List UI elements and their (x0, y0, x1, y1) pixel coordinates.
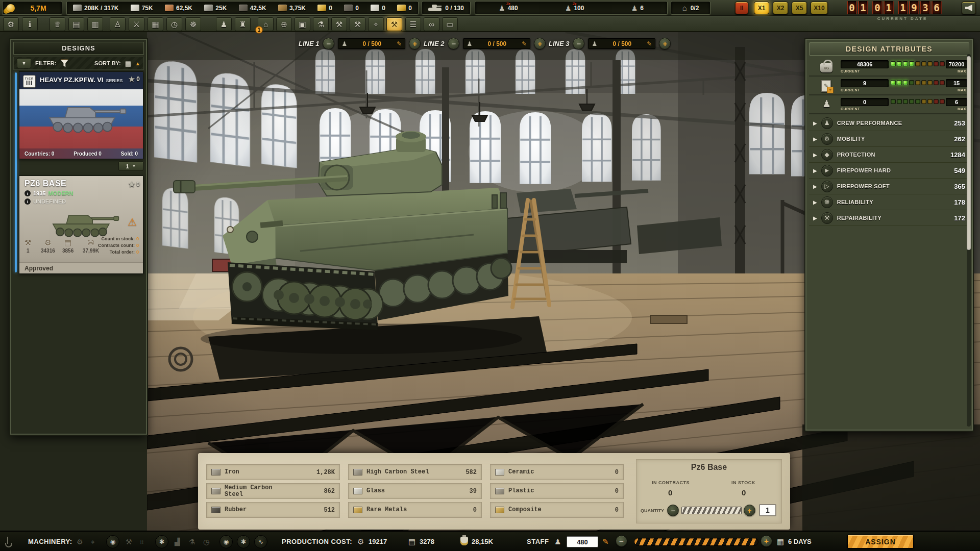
quantity-value[interactable]: 1 (759, 504, 776, 516)
speed-x5-button[interactable]: X5 (792, 2, 807, 14)
staff-count-value: 480 (577, 538, 588, 546)
machine-anvil-icon[interactable]: ▟ (175, 538, 180, 546)
filter-funnel-icon[interactable] (60, 60, 68, 67)
production-bottom-bar: MACHINERY: ⚙ ⌖ ◉ ⚒ ⌗ ✱ ▟ ⚗ ◷ ◉ ✱ ∿ PRODU… (0, 531, 980, 551)
personnel-button[interactable]: ♟ (216, 17, 232, 31)
pause-button[interactable]: II (735, 2, 748, 14)
approval-status: Approved (19, 262, 143, 273)
intelligence-button[interactable]: ♙ (110, 17, 126, 31)
attribute-row-firepower-hard[interactable]: ▶ ► FIREPOWER HARD 549 (809, 163, 969, 179)
world-market-button[interactable]: ⊕ (276, 17, 292, 31)
history-button[interactable]: ◷ (166, 17, 182, 31)
sort-icon[interactable]: ▤ (125, 60, 131, 67)
machine-spring-button[interactable]: ∿ (254, 535, 267, 548)
army-button[interactable]: ♜ (235, 17, 251, 31)
military-button[interactable]: ⚔ (129, 17, 144, 31)
expand-arrow-icon[interactable]: ▶ (813, 120, 817, 126)
line-3-capacity[interactable]: ♟ 0 / 500 ✎ (588, 38, 655, 49)
expand-arrow-icon[interactable]: ▶ (813, 184, 817, 189)
line-1-decrease-button[interactable]: − (323, 38, 334, 49)
machinery-button[interactable]: ☸ (185, 17, 201, 31)
staff-count-input[interactable]: 480 (567, 536, 598, 547)
machine-saw-button[interactable]: ✱ (237, 535, 250, 548)
city-button[interactable]: ▦ (148, 17, 163, 31)
speed-x10-button[interactable]: X10 (811, 2, 828, 14)
material-row-rare-metals: Rare Metals 0 (348, 502, 482, 518)
attribute-row-repairability[interactable]: ▶ ⚒ REPAIRABILITY 172 (809, 210, 969, 226)
filter-collapse-button[interactable]: ▼ (17, 58, 31, 68)
edit-pencil-icon[interactable]: ✎ (647, 41, 652, 47)
resource-gold: 0 (313, 5, 336, 12)
sort-direction-icon[interactable]: ▲ (135, 61, 140, 66)
quantity-slider[interactable] (681, 507, 742, 514)
line-2-increase-button[interactable]: + (534, 38, 546, 49)
reports-button[interactable]: ▥ (87, 17, 103, 31)
staff-edit-pencil-icon[interactable]: ✎ (602, 537, 609, 546)
achievements-button[interactable]: ♕ (50, 17, 65, 31)
machine-caliper-icon[interactable]: ⌗ (140, 538, 144, 546)
filter-label: FILTER: (35, 60, 56, 66)
maintenance-button[interactable]: ⚒ (350, 17, 365, 31)
machine-torch-icon[interactable]: ⚗ (189, 538, 195, 546)
chassis-button[interactable]: ∞ (424, 17, 439, 31)
assign-button[interactable]: ASSIGN (847, 535, 914, 548)
factory-button[interactable]: ⌂1 (258, 17, 274, 31)
armor-button[interactable]: ☰ (405, 17, 421, 31)
info-icon: ℹ (29, 20, 32, 29)
expand-arrow-icon[interactable]: ▶ (813, 215, 817, 221)
modules-button[interactable]: ▭ (442, 17, 458, 31)
design-variant-card[interactable]: PZ6 BASE ★ 0 i 1935 MODERN i UNDEFINED (19, 176, 143, 274)
attribute-row-mobility[interactable]: ▶ ⚙ MOBILITY 262 (809, 131, 969, 147)
machine-hammer-icon[interactable]: ⚒ (126, 538, 132, 546)
design-series-card[interactable]: TIER III HEAVY PZ.KPFW. VISERIES ★ 0 (19, 71, 143, 159)
expand-arrow-icon[interactable]: ▶ (813, 152, 817, 158)
newspaper-button[interactable]: ▤ (68, 17, 84, 31)
line-2-decrease-button[interactable]: − (448, 38, 459, 49)
staff-decrease-button[interactable]: − (616, 535, 627, 547)
idle-workers: ♟Zz480 (495, 5, 522, 12)
edit-pencil-icon[interactable]: ✎ (522, 41, 527, 47)
machine-drill-button[interactable]: ◉ (106, 535, 119, 548)
line-1-capacity[interactable]: ♟ 0 / 500 ✎ (338, 38, 405, 49)
expand-arrow-icon[interactable]: ▶ (813, 199, 817, 205)
parts-cost-stat: ⚙ 34316 (41, 238, 55, 254)
settings-button[interactable]: ⚙ (3, 17, 19, 31)
sound-button[interactable] (962, 2, 976, 14)
line-3-decrease-button[interactable]: − (573, 38, 584, 49)
machine-lathe-button[interactable]: ◉ (219, 535, 233, 548)
attribute-row-protection[interactable]: ▶ ◆ PROTECTION 1284 (809, 147, 969, 163)
info-button[interactable]: ℹ (22, 17, 38, 31)
build-time-stat: ⚒ 1 (24, 238, 31, 254)
quantity-decrease-button[interactable]: − (667, 505, 679, 516)
staff-increase-button[interactable]: + (761, 535, 772, 547)
attributes-scrollbar-thumb[interactable] (967, 56, 971, 250)
machine-lathe-icon[interactable]: ⚙ (77, 538, 83, 546)
design-bureau-button[interactable]: ⌖ (368, 17, 384, 31)
machine-gauge-icon[interactable]: ◷ (203, 538, 209, 546)
edit-pencil-icon[interactable]: ✎ (397, 41, 402, 47)
line-3-increase-button[interactable]: + (659, 38, 671, 49)
production-button[interactable]: ⚒ (386, 17, 402, 31)
machine-mill-button[interactable]: ✱ (155, 535, 168, 548)
machine-press-icon[interactable]: ⌖ (91, 538, 95, 546)
current-date-label: CURRENT DATE (845, 16, 960, 21)
expand-arrow-icon[interactable]: ▶ (813, 136, 817, 142)
staff-allocation-bar[interactable] (634, 538, 758, 546)
line-2-capacity[interactable]: ♟ 0 / 500 ✎ (463, 38, 530, 49)
medal-icon: ★ (129, 180, 135, 188)
workshop-button[interactable]: ⚒ (331, 17, 347, 31)
attribute-row-reliability[interactable]: ▶ ☸ RELIABILITY 178 (809, 194, 969, 210)
speed-x2-button[interactable]: X2 (773, 2, 788, 14)
variant-count-dropdown[interactable]: 1 ▼ (118, 161, 143, 171)
research-button[interactable]: ⚗ (313, 17, 329, 31)
line-2-value: 0 / 500 (475, 40, 519, 47)
speed-x1-button[interactable]: X1 (754, 2, 769, 14)
attribute-row-firepower-soft[interactable]: ▶ ▷ FIREPOWER SOFT 365 (809, 179, 969, 194)
contracts-button[interactable]: ▣ (295, 17, 310, 31)
variant-tank-image (35, 207, 127, 238)
mobility-icon: ⚙ (821, 133, 833, 145)
quantity-increase-button[interactable]: + (744, 505, 755, 516)
expand-arrow-icon[interactable]: ▶ (813, 168, 817, 173)
attribute-row-crew-performance[interactable]: ▶ ♟ CREW PERFORMANCE 253 (809, 115, 969, 131)
line-1-increase-button[interactable]: + (409, 38, 421, 49)
